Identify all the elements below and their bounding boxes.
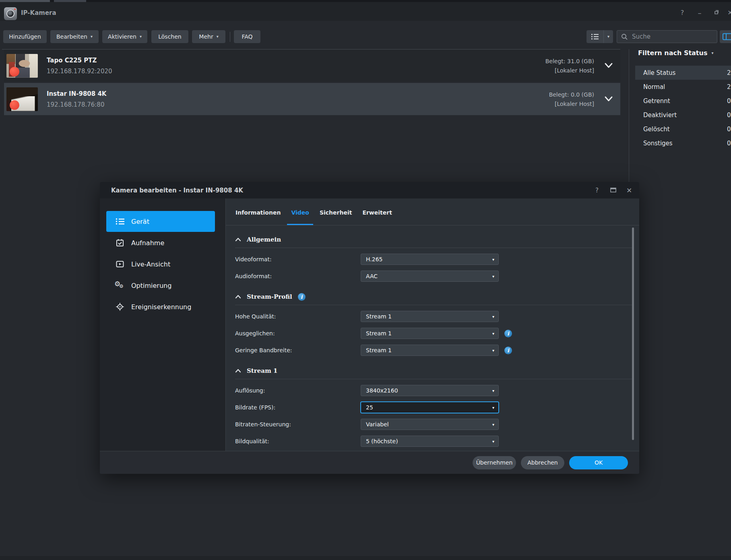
- list-view-button[interactable]: [586, 30, 604, 43]
- section-stream-profil-header: Stream-Profil i: [235, 292, 639, 301]
- filter-status-dropdown[interactable]: Filtern nach Status ▾: [638, 49, 713, 57]
- more-button[interactable]: Mehr ▾: [192, 30, 225, 43]
- expand-row-button[interactable]: [604, 96, 613, 102]
- filter-item-count: 0: [727, 126, 731, 133]
- expand-row-button[interactable]: [604, 62, 613, 69]
- panel-toggle-button[interactable]: [720, 30, 731, 43]
- dialog-maximize-button[interactable]: [608, 186, 618, 195]
- tab-label: Informationen: [235, 209, 281, 216]
- filter-item-normal[interactable]: Normal 2: [635, 80, 731, 94]
- faq-button[interactable]: FAQ: [234, 30, 260, 43]
- geringe-bandbreite-select[interactable]: Stream 1 ▾: [361, 345, 499, 356]
- filter-item-label: Normal: [643, 83, 665, 91]
- delete-button[interactable]: Löschen: [151, 30, 188, 43]
- field-label: Audioformat:: [235, 273, 361, 279]
- cancel-button[interactable]: Abbrechen: [521, 456, 564, 469]
- filter-item-sonstiges[interactable]: Sonstiges 0: [635, 136, 731, 150]
- dialog-tabs: Informationen Video Sicherheit Erweitert: [226, 198, 639, 225]
- bildqualitaet-select[interactable]: 5 (höchste) ▾: [361, 436, 499, 447]
- record-dot-icon: [14, 8, 16, 10]
- edit-button[interactable]: Bearbeiten ▾: [50, 30, 99, 43]
- tab-sicherheit[interactable]: Sicherheit: [316, 209, 356, 225]
- search-box[interactable]: [617, 30, 717, 43]
- add-button[interactable]: Hinzufügen: [3, 30, 47, 43]
- filter-item-deaktiviert[interactable]: Deaktiviert 0: [635, 108, 731, 122]
- sidebar-item-live-ansicht[interactable]: Live-Ansicht: [106, 254, 215, 275]
- filter-item-label: Alle Status: [643, 69, 675, 76]
- field-label: Bildqualität:: [235, 438, 361, 444]
- dialog-content: Informationen Video Sicherheit Erweitert…: [225, 198, 639, 451]
- info-icon[interactable]: i: [504, 330, 512, 337]
- sidebar-item-optimierung[interactable]: ⚙⚙ Optimierung: [106, 275, 215, 296]
- videoformat-select[interactable]: H.265 ▾: [361, 254, 499, 265]
- filter-item-alle-status[interactable]: Alle Status 2: [635, 66, 731, 80]
- dialog-close-button[interactable]: ✕: [624, 186, 634, 195]
- filter-item-getrennt[interactable]: Getrennt 0: [635, 94, 731, 108]
- sidebar-item-label: Live-Ansicht: [131, 260, 170, 268]
- list-view-icon: [591, 33, 599, 40]
- dialog-footer: Übernehmen Abbrechen OK: [100, 451, 639, 474]
- filter-item-count: 0: [727, 112, 731, 119]
- camera-row-instar[interactable]: Instar IN-9808 4K 192.168.178.76:80 Bele…: [4, 83, 620, 115]
- hohe-qualitaet-select[interactable]: Stream 1 ▾: [361, 311, 499, 322]
- aufloesung-select[interactable]: 3840x2160 ▾: [361, 385, 499, 396]
- recording-icon: [10, 67, 19, 76]
- section-divider: [235, 248, 632, 248]
- caret-down-icon: ▾: [217, 35, 219, 39]
- view-mode-caret-button[interactable]: ▾: [604, 30, 613, 43]
- caret-down-icon: ▾: [140, 35, 142, 39]
- info-icon[interactable]: i: [298, 293, 306, 301]
- camera-name: Tapo C225 PTZ: [47, 57, 112, 64]
- field-label: Ausgeglichen:: [235, 330, 361, 337]
- select-value: Stream 1: [366, 347, 392, 353]
- help-button[interactable]: ?: [677, 8, 688, 17]
- filter-item-count: 0: [727, 140, 731, 147]
- info-icon[interactable]: i: [504, 347, 512, 354]
- camera-row-tapo[interactable]: Tapo C225 PTZ 192.168.178.92:2020 Belegt…: [4, 50, 620, 82]
- scrollbar-thumb[interactable]: [632, 227, 634, 440]
- camera-name: Instar IN-9808 4K: [47, 90, 107, 97]
- audioformat-select[interactable]: AAC ▾: [361, 271, 499, 282]
- apply-button[interactable]: Übernehmen: [473, 456, 516, 469]
- tab-informationen[interactable]: Informationen: [231, 209, 285, 225]
- dialog-help-button[interactable]: ?: [592, 186, 602, 195]
- filter-item-count: 2: [727, 83, 731, 91]
- bitraten-steuerung-select[interactable]: Variabel ▾: [361, 419, 499, 430]
- collapse-chevron-icon[interactable]: [235, 294, 241, 299]
- activate-button[interactable]: Aktivieren ▾: [102, 30, 147, 43]
- tab-label: Erweitert: [362, 209, 392, 216]
- sidebar-item-label: Aufnahme: [131, 239, 164, 247]
- filter-item-geloescht[interactable]: Gelöscht 0: [635, 122, 731, 136]
- view-mode-split-button[interactable]: ▾: [586, 30, 613, 43]
- page-title: IP-Kamera: [21, 9, 56, 17]
- sidebar-item-aufnahme[interactable]: Aufnahme: [106, 232, 215, 253]
- sidebar-item-ereigniserkennung[interactable]: Ereigniserkennung: [106, 296, 215, 317]
- gears-icon: ⚙⚙: [115, 281, 125, 290]
- camera-address: 192.168.178.92:2020: [47, 68, 112, 75]
- sidebar-item-label: Gerät: [131, 218, 149, 225]
- close-button[interactable]: ✕: [725, 8, 731, 17]
- sidebar-item-label: Ereigniserkennung: [131, 303, 191, 311]
- dialog-sidebar: Gerät Aufnahme Live-Ansicht ⚙⚙ Optimieru…: [100, 198, 225, 451]
- ok-button[interactable]: OK: [569, 456, 628, 469]
- filter-item-label: Sonstiges: [643, 140, 673, 147]
- tab-video[interactable]: Video: [287, 209, 313, 225]
- sidebar-item-geraet[interactable]: Gerät: [106, 211, 215, 232]
- collapse-chevron-icon[interactable]: [235, 237, 241, 242]
- select-value: 3840x2160: [366, 387, 398, 394]
- caret-down-icon: ▾: [91, 35, 93, 39]
- restore-button[interactable]: [711, 8, 721, 17]
- collapse-chevron-icon[interactable]: [235, 368, 241, 373]
- caret-down-icon: ▾: [492, 422, 494, 427]
- ausgeglichen-select[interactable]: Stream 1 ▾: [361, 328, 499, 339]
- search-input[interactable]: [631, 33, 705, 41]
- section-title: Stream-Profil: [247, 293, 292, 300]
- tab-erweitert[interactable]: Erweitert: [358, 209, 396, 225]
- bildrate-select[interactable]: 25 ▾: [361, 402, 499, 413]
- select-value: Variabel: [366, 421, 389, 428]
- select-value: 25: [366, 404, 373, 411]
- minimize-button[interactable]: –: [694, 8, 705, 17]
- event-detection-target-icon: [115, 303, 125, 311]
- search-icon: [621, 33, 628, 40]
- field-label: Bitraten-Steuerung:: [235, 421, 361, 428]
